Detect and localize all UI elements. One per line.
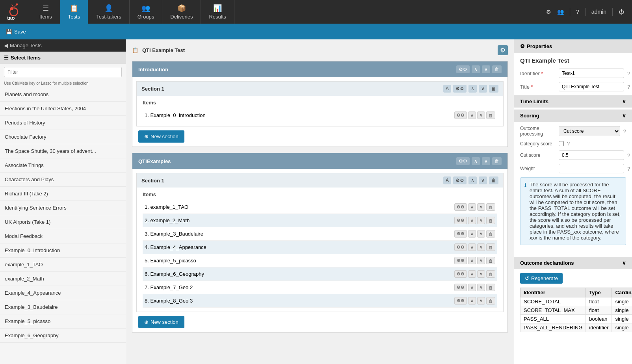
item-delete-btn[interactable]: 🗑	[486, 257, 495, 264]
settings-icon[interactable]: ⚙	[546, 9, 551, 15]
nav-results-link[interactable]: 📊 Results	[201, 0, 234, 24]
item-down-btn[interactable]: ∨	[477, 270, 485, 278]
intro-section-a-btn[interactable]: A	[443, 85, 451, 93]
sidebar-item-sentence[interactable]: Identifying Sentence Errors	[0, 201, 126, 215]
part-introduction-settings[interactable]: ⚙⚙	[456, 65, 470, 73]
item-settings-btn[interactable]: ⚙⚙	[454, 284, 467, 291]
nav-deliveries-link[interactable]: 📦 Deliveries	[162, 0, 201, 24]
item-delete-btn[interactable]: 🗑	[486, 243, 495, 251]
qtiex-section-settings-btn[interactable]: ⚙⚙	[453, 176, 467, 184]
item-settings-btn[interactable]: ⚙⚙	[454, 270, 467, 278]
part-qtiexamples-settings[interactable]: ⚙⚙	[456, 157, 470, 165]
sidebar-item-example5[interactable]: Example_5_picasso	[0, 314, 126, 329]
item-down-btn[interactable]: ∨	[477, 217, 485, 224]
sidebar-item-airports[interactable]: UK Airports (Take 1)	[0, 215, 126, 229]
weight-input[interactable]	[559, 164, 624, 173]
item-down-btn[interactable]: ∨	[477, 284, 485, 291]
item-up-btn[interactable]: ∧	[468, 284, 476, 291]
item-down-btn[interactable]: ∨	[477, 111, 485, 119]
item-up-btn[interactable]: ∧	[468, 257, 476, 264]
sidebar-item-example2[interactable]: example_2_Math	[0, 272, 126, 286]
item-delete-btn[interactable]: 🗑	[486, 284, 495, 291]
part-qtiexamples-down[interactable]: ∨	[482, 157, 490, 165]
outcome-declarations-header[interactable]: Outcome declarations ∨	[514, 257, 632, 269]
item-down-btn[interactable]: ∨	[477, 243, 485, 251]
category-score-help[interactable]: ?	[567, 141, 570, 147]
qtiex-section-down-btn[interactable]: ∨	[479, 176, 487, 184]
sidebar-item-chocolate[interactable]: Chocolate Factory	[0, 130, 126, 144]
title-help[interactable]: ?	[627, 84, 630, 90]
item-settings-btn[interactable]: ⚙⚙	[454, 297, 467, 305]
item-settings-btn[interactable]: ⚙⚙	[454, 257, 467, 264]
item-delete-btn[interactable]: 🗑	[486, 230, 495, 238]
part-introduction-delete[interactable]: 🗑	[492, 65, 502, 73]
part-qtiexamples-up[interactable]: ∧	[472, 157, 480, 165]
category-score-checkbox[interactable]	[559, 141, 564, 146]
intro-section-settings-btn[interactable]: ⚙⚙	[453, 85, 467, 93]
help-button[interactable]: ?	[576, 9, 579, 15]
sidebar-item-shuttle[interactable]: The Space Shuttle, 30 years of advent...	[0, 144, 126, 158]
sidebar-item-example0[interactable]: Example_0_Introduction	[0, 243, 126, 258]
item-settings-btn[interactable]: ⚙⚙	[454, 203, 467, 211]
intro-section-up-btn[interactable]: ∧	[468, 85, 477, 93]
item-up-btn[interactable]: ∧	[468, 111, 476, 119]
new-section-button[interactable]: ⊕ New section	[138, 130, 184, 143]
qtiex-section-up-btn[interactable]: ∧	[468, 176, 477, 184]
nav-testtakers-link[interactable]: 👤 Test-takers	[88, 0, 130, 24]
item-up-btn[interactable]: ∧	[468, 217, 476, 224]
item-delete-btn[interactable]: 🗑	[486, 111, 495, 119]
filter-input[interactable]	[4, 67, 122, 77]
sidebar-item-associate[interactable]: Associate Things	[0, 158, 126, 173]
sidebar-item-planets[interactable]: Planets and moons	[0, 87, 126, 102]
part-introduction-down[interactable]: ∨	[482, 65, 490, 73]
item-delete-btn[interactable]: 🗑	[486, 270, 495, 278]
part-introduction-up[interactable]: ∧	[472, 65, 480, 73]
item-up-btn[interactable]: ∧	[468, 270, 476, 278]
logout-icon[interactable]: ⏻	[619, 9, 624, 15]
test-config-button[interactable]: ⚙	[498, 45, 508, 55]
sidebar-item-example4[interactable]: Example_4_Appearance	[0, 286, 126, 300]
item-delete-btn[interactable]: 🗑	[486, 217, 495, 224]
sidebar-item-example6[interactable]: Example_6_Geography	[0, 329, 126, 343]
identifier-help[interactable]: ?	[627, 71, 630, 76]
item-settings-btn[interactable]: ⚙⚙	[454, 111, 467, 119]
sidebar-item-characters[interactable]: Characters and Plays	[0, 173, 126, 187]
sidebar-item-richard[interactable]: Richard III (Take 2)	[0, 187, 126, 201]
new-section-button-2[interactable]: ⊕ New section	[138, 316, 184, 328]
identifier-input[interactable]	[559, 69, 624, 78]
sidebar-item-elections[interactable]: Elections in the United States, 2004	[0, 102, 126, 116]
sidebar-item-modal[interactable]: Modal Feedback	[0, 229, 126, 243]
item-up-btn[interactable]: ∧	[468, 243, 476, 251]
scoring-section[interactable]: Scoring ∨	[514, 110, 632, 122]
item-settings-btn[interactable]: ⚙⚙	[454, 217, 467, 224]
item-down-btn[interactable]: ∨	[477, 297, 485, 305]
item-settings-btn[interactable]: ⚙⚙	[454, 230, 467, 238]
cut-score-help[interactable]: ?	[627, 152, 630, 158]
item-down-btn[interactable]: ∨	[477, 230, 485, 238]
qtiex-section-a-btn[interactable]: A	[443, 176, 451, 184]
item-up-btn[interactable]: ∧	[468, 297, 476, 305]
outcome-processing-select[interactable]: Cut score None Total score Template driv…	[559, 126, 620, 136]
item-up-btn[interactable]: ∧	[468, 230, 476, 238]
sidebar-item-example1[interactable]: example_1_TAO	[0, 258, 126, 272]
time-limits-section[interactable]: Time Limits ∨	[514, 95, 632, 108]
item-down-btn[interactable]: ∨	[477, 257, 485, 264]
title-input[interactable]	[559, 82, 624, 91]
item-delete-btn[interactable]: 🗑	[486, 203, 495, 211]
nav-items-link[interactable]: ☰ Items	[32, 0, 60, 24]
item-down-btn[interactable]: ∨	[477, 203, 485, 211]
qtiex-section-delete-btn[interactable]: 🗑	[489, 176, 498, 184]
save-button[interactable]: 💾 Save	[6, 29, 26, 35]
regenerate-button[interactable]: ↺ Regenerate	[520, 273, 563, 284]
nav-tests-link[interactable]: 📋 Tests	[60, 0, 88, 24]
users-nav-icon[interactable]: 👥	[557, 9, 564, 15]
part-qtiexamples-delete[interactable]: 🗑	[492, 157, 502, 165]
intro-section-delete-btn[interactable]: 🗑	[489, 85, 498, 93]
sidebar-item-periods[interactable]: Periods of History	[0, 116, 126, 130]
weight-help[interactable]: ?	[627, 166, 630, 172]
manage-tests-link[interactable]: ◀ Manage Tests	[0, 39, 126, 52]
cut-score-input[interactable]	[559, 150, 624, 160]
intro-section-down-btn[interactable]: ∨	[479, 85, 487, 93]
sidebar-item-example3[interactable]: Example_3_Baudelaire	[0, 300, 126, 314]
item-delete-btn[interactable]: 🗑	[486, 297, 495, 305]
